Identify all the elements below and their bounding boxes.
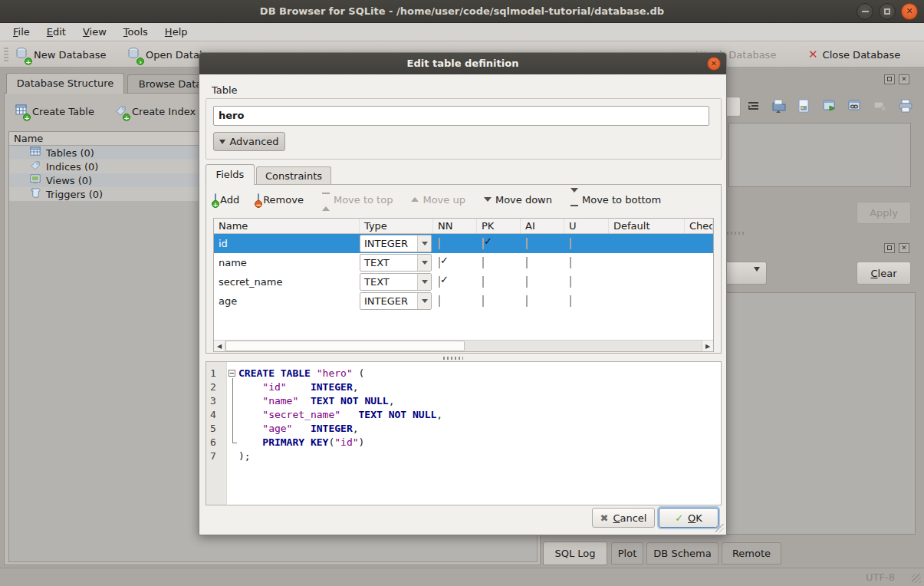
advanced-toggle-button[interactable]: Advanced [213, 132, 285, 151]
dialog-splitter[interactable] [443, 357, 463, 360]
ok-button[interactable]: ✓ OK [659, 508, 718, 528]
nn-checkbox[interactable] [439, 238, 440, 249]
edit-table-dialog: Edit table definition ✕ Table hero Advan… [199, 52, 727, 535]
sql-line: 7); [206, 449, 721, 463]
tab-database-structure[interactable]: Database Structure [6, 73, 124, 94]
dialog-resize-grip[interactable] [715, 524, 724, 532]
move-down-button[interactable]: Move down [484, 194, 552, 206]
nn-checkbox[interactable] [439, 276, 440, 288]
u-checkbox[interactable] [570, 257, 571, 268]
dialog-close-button[interactable]: ✕ [707, 57, 721, 71]
minimize-button[interactable] [857, 3, 873, 20]
sql-line: 5 "age" INTEGER, [206, 422, 721, 436]
dock-splitter[interactable] [727, 232, 745, 235]
field-name[interactable]: age [214, 295, 360, 307]
type-dropdown[interactable]: INTEGER [360, 235, 432, 252]
dock-close-button[interactable]: ✕ [899, 243, 909, 253]
dock-float-button[interactable] [884, 74, 895, 84]
ai-checkbox[interactable] [526, 257, 528, 268]
ai-checkbox[interactable] [526, 295, 528, 307]
import-file-icon[interactable] [771, 98, 787, 116]
maximize-button[interactable] [879, 3, 896, 20]
dock-float-button[interactable] [884, 243, 895, 253]
resize-grip[interactable] [912, 574, 921, 583]
ai-checkbox[interactable] [526, 238, 528, 249]
close-database-button[interactable]: ✕ Close Database [804, 44, 905, 65]
pk-checkbox[interactable] [482, 276, 484, 288]
tab-sql-log[interactable]: SQL Log [543, 542, 607, 565]
col-u[interactable]: U [564, 219, 609, 233]
save-file-icon[interactable] [797, 98, 812, 116]
indent-icon[interactable] [747, 99, 761, 116]
field-name[interactable]: name [214, 257, 360, 268]
menu-tools[interactable]: Tools [115, 23, 156, 41]
col-name[interactable]: Name [214, 219, 360, 233]
u-checkbox[interactable] [570, 295, 571, 307]
menu-edit[interactable]: Edit [38, 23, 74, 41]
toolbar-grip[interactable] [4, 48, 8, 61]
ai-checkbox[interactable] [526, 276, 528, 288]
col-check[interactable]: Check [685, 219, 713, 233]
col-pk[interactable]: PK [477, 219, 521, 233]
col-type[interactable]: Type [360, 219, 433, 233]
encoding-indicator[interactable]: UTF-8 [866, 571, 895, 583]
tab-fields-label: Fields [216, 169, 245, 180]
tree-item-label: Views (0) [46, 175, 92, 186]
cancel-button[interactable]: ✖ Cancel [592, 508, 655, 528]
col-ai[interactable]: AI [521, 219, 564, 233]
close-icon: ✕ [901, 75, 907, 83]
scrollbar-thumb[interactable] [225, 341, 465, 351]
create-index-button[interactable]: + Create Index [110, 100, 200, 122]
type-value: INTEGER [360, 238, 417, 249]
pk-checkbox[interactable] [482, 257, 484, 268]
cell-editor-textarea[interactable] [728, 123, 911, 187]
dialog-tab-fields[interactable]: Fields [206, 164, 255, 185]
new-database-button[interactable]: + New Database [11, 44, 111, 65]
u-checkbox[interactable] [570, 276, 571, 288]
nn-checkbox[interactable] [439, 295, 440, 307]
apply-cell-icon[interactable] [822, 98, 837, 116]
field-row-secret-name[interactable]: secret_name TEXT [214, 272, 713, 291]
statusbar: UTF-8 [0, 568, 924, 586]
fields-toolbar: + Add − Remove Move to top Move up Move … [215, 193, 661, 206]
tab-remote[interactable]: Remote [722, 542, 781, 565]
move-to-bottom-button[interactable]: Move to bottom [571, 193, 661, 206]
type-value: INTEGER [360, 295, 417, 307]
sql-preview: 1CREATE TABLE "hero" (2 "id" INTEGER,3 "… [206, 361, 722, 505]
menu-view[interactable]: View [74, 23, 115, 41]
scroll-left-icon[interactable]: ◀ [214, 341, 225, 351]
move-to-bottom-icon [571, 193, 578, 206]
col-nn[interactable]: NN [433, 219, 477, 233]
type-dropdown[interactable]: TEXT [360, 273, 432, 291]
field-row-name[interactable]: name TEXT [214, 253, 713, 272]
clear-log-button[interactable]: Clear [857, 262, 911, 285]
tab-db-schema[interactable]: DB Schema [646, 542, 718, 565]
create-table-button[interactable]: + Create Table [11, 100, 99, 122]
add-field-button[interactable]: + Add [215, 194, 239, 206]
pk-checkbox[interactable] [482, 238, 484, 249]
field-name[interactable]: id [214, 238, 360, 249]
close-window-button[interactable]: ✕ [901, 3, 918, 20]
menu-help[interactable]: Help [156, 23, 196, 41]
remove-field-button[interactable]: − Remove [258, 194, 304, 206]
nn-checkbox[interactable] [439, 257, 440, 268]
link-icon[interactable] [847, 98, 863, 116]
print-icon[interactable] [898, 98, 913, 116]
field-row-age[interactable]: age INTEGER [214, 291, 713, 311]
pk-checkbox[interactable] [482, 295, 484, 307]
menu-file[interactable]: File [5, 23, 38, 41]
dock-close-button[interactable]: ✕ [899, 74, 909, 84]
horizontal-scrollbar[interactable]: ◀ ▶ [214, 340, 713, 351]
chevron-down-icon [754, 272, 760, 283]
field-row-id[interactable]: id INTEGER [214, 234, 713, 253]
tab-plot[interactable]: Plot [611, 542, 643, 565]
scroll-right-icon[interactable]: ▶ [702, 341, 713, 351]
col-default[interactable]: Default [609, 219, 685, 233]
type-dropdown[interactable]: TEXT [360, 254, 432, 272]
fields-table-header: Name Type NN PK AI U Default Check [214, 219, 713, 234]
field-name[interactable]: secret_name [214, 276, 360, 288]
type-dropdown[interactable]: INTEGER [360, 292, 432, 310]
table-name-input[interactable]: hero [213, 106, 709, 126]
dialog-tab-constraints[interactable]: Constraints [256, 166, 331, 185]
u-checkbox[interactable] [570, 238, 571, 249]
